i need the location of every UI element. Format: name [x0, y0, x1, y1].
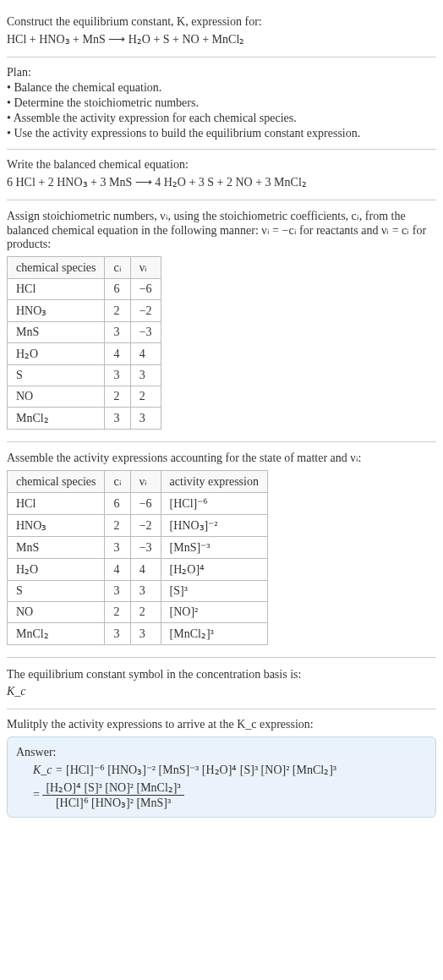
cell: 4 — [130, 559, 161, 581]
kc-fraction-line: = [H₂O]⁴ [S]³ [NO]² [MnCl₂]³ [HCl]⁶ [HNO… — [33, 780, 427, 810]
header-section: Construct the equilibrium constant, K, e… — [7, 7, 436, 57]
cell: 3 — [105, 581, 130, 602]
cell: −6 — [130, 493, 161, 515]
table-row: HCl6−6[HCl]⁻⁶ — [8, 493, 268, 515]
equals-sign: = — [33, 788, 40, 801]
table-row: HNO₃2−2[HNO₃]⁻² — [8, 515, 268, 537]
activity-section: Assemble the activity expressions accoun… — [7, 442, 436, 658]
answer-box: Answer: K_c = [HCl]⁻⁶ [HNO₃]⁻² [MnS]⁻³ [… — [7, 736, 436, 818]
cell: 3 — [105, 537, 130, 559]
cell: 3 — [130, 623, 161, 645]
cell: HCl — [8, 493, 105, 515]
cell: −2 — [130, 300, 161, 322]
cell: [HCl]⁻⁶ — [161, 493, 267, 515]
cell: 3 — [130, 365, 161, 386]
table-row: S33[S]³ — [8, 581, 268, 602]
balanced-section: Write the balanced chemical equation: 6 … — [7, 150, 436, 200]
cell: 3 — [105, 365, 130, 386]
cell: [MnCl₂]³ — [161, 623, 267, 645]
cell: [S]³ — [161, 581, 267, 602]
answer-label: Answer: — [16, 746, 427, 759]
cell: −2 — [130, 515, 161, 537]
cell: HNO₃ — [8, 300, 105, 322]
col-header: νᵢ — [130, 471, 161, 493]
plan-item: • Balance the chemical equation. — [7, 81, 436, 95]
table-row: NO22[NO]² — [8, 602, 268, 623]
cell: 4 — [105, 343, 130, 365]
unbalanced-equation: HCl + HNO₃ + MnS ⟶ H₂O + S + NO + MnCl₂ — [7, 32, 436, 47]
cell: [H₂O]⁴ — [161, 559, 267, 581]
col-header: νᵢ — [130, 257, 161, 279]
table-header-row: chemical species cᵢ νᵢ activity expressi… — [8, 471, 268, 493]
table-row: HNO₃2−2 — [8, 300, 161, 322]
col-header: chemical species — [8, 471, 105, 493]
cell: S — [8, 365, 105, 386]
plan-item: • Use the activity expressions to build … — [7, 127, 436, 140]
cell: S — [8, 581, 105, 602]
activity-intro: Assemble the activity expressions accoun… — [7, 451, 436, 465]
cell: 2 — [105, 515, 130, 537]
cell: 3 — [105, 623, 130, 645]
multiply-section: Mulitply the activity expressions to arr… — [7, 709, 436, 824]
balanced-intro: Write the balanced chemical equation: — [7, 158, 436, 172]
symbol-intro: The equilibrium constant symbol in the c… — [7, 668, 436, 682]
cell: 4 — [130, 343, 161, 365]
table-row: MnS3−3 — [8, 322, 161, 343]
fraction-denominator: [HCl]⁶ [HNO₃]² [MnS]³ — [42, 796, 183, 810]
table-row: MnCl₂33[MnCl₂]³ — [8, 623, 268, 645]
cell: [NO]² — [161, 602, 267, 623]
table-row: NO22 — [8, 386, 161, 408]
cell: 3 — [130, 408, 161, 430]
symbol-section: The equilibrium constant symbol in the c… — [7, 658, 436, 709]
table-row: MnS3−3[MnS]⁻³ — [8, 537, 268, 559]
kc-label: K_c = — [33, 764, 63, 776]
cell: −3 — [130, 537, 161, 559]
cell: 4 — [105, 559, 130, 581]
cell: 2 — [130, 386, 161, 408]
table-row: H₂O44 — [8, 343, 161, 365]
cell: MnS — [8, 537, 105, 559]
cell: [HNO₃]⁻² — [161, 515, 267, 537]
cell: H₂O — [8, 559, 105, 581]
cell: −6 — [130, 279, 161, 300]
table-row: HCl6−6 — [8, 279, 161, 300]
cell: 3 — [105, 408, 130, 430]
stoich-section: Assign stoichiometric numbers, νᵢ, using… — [7, 200, 436, 442]
plan-item: • Assemble the activity expression for e… — [7, 112, 436, 125]
cell: [MnS]⁻³ — [161, 537, 267, 559]
multiply-intro: Mulitply the activity expressions to arr… — [7, 718, 436, 731]
kc-product: [HCl]⁻⁶ [HNO₃]⁻² [MnS]⁻³ [H₂O]⁴ [S]³ [NO… — [66, 764, 336, 776]
cell: 3 — [130, 581, 161, 602]
col-header: cᵢ — [105, 471, 130, 493]
plan-section: Plan: • Balance the chemical equation. •… — [7, 57, 436, 150]
cell: MnCl₂ — [8, 623, 105, 645]
fraction-numerator: [H₂O]⁴ [S]³ [NO]² [MnCl₂]³ — [42, 780, 183, 796]
stoich-table: chemical species cᵢ νᵢ HCl6−6 HNO₃2−2 Mn… — [7, 256, 161, 430]
col-header: cᵢ — [105, 257, 130, 279]
table-row: H₂O44[H₂O]⁴ — [8, 559, 268, 581]
col-header: activity expression — [161, 471, 267, 493]
cell: 3 — [105, 322, 130, 343]
kc-expression: K_c = [HCl]⁻⁶ [HNO₃]⁻² [MnS]⁻³ [H₂O]⁴ [S… — [33, 763, 427, 777]
cell: NO — [8, 602, 105, 623]
stoich-intro: Assign stoichiometric numbers, νᵢ, using… — [7, 209, 436, 251]
cell: 6 — [105, 279, 130, 300]
cell: NO — [8, 386, 105, 408]
cell: 2 — [105, 300, 130, 322]
cell: −3 — [130, 322, 161, 343]
symbol-kc: K_c — [7, 685, 436, 698]
table-row: S33 — [8, 365, 161, 386]
prompt-text: Construct the equilibrium constant, K, e… — [7, 15, 436, 29]
cell: 2 — [130, 602, 161, 623]
activity-table: chemical species cᵢ νᵢ activity expressi… — [7, 470, 268, 645]
cell: 6 — [105, 493, 130, 515]
cell: HNO₃ — [8, 515, 105, 537]
cell: H₂O — [8, 343, 105, 365]
cell: 2 — [105, 602, 130, 623]
cell: MnCl₂ — [8, 408, 105, 430]
kc-fraction: [H₂O]⁴ [S]³ [NO]² [MnCl₂]³ [HCl]⁶ [HNO₃]… — [42, 780, 183, 810]
cell: MnS — [8, 322, 105, 343]
table-header-row: chemical species cᵢ νᵢ — [8, 257, 161, 279]
col-header: chemical species — [8, 257, 105, 279]
plan-item: • Determine the stoichiometric numbers. — [7, 96, 436, 110]
